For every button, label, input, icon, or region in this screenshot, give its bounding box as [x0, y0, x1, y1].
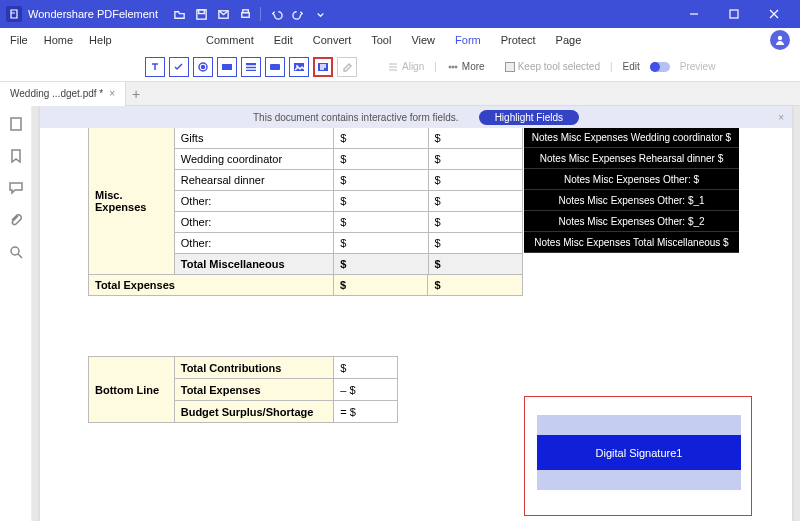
- banner-text: This document contains interactive form …: [253, 112, 459, 123]
- comments-icon[interactable]: [8, 180, 24, 196]
- svg-rect-11: [270, 64, 280, 70]
- app-logo: [6, 6, 22, 22]
- keep-tool-checkbox[interactable]: Keep tool selected: [505, 61, 600, 72]
- svg-point-6: [778, 36, 782, 40]
- print-icon[interactable]: [238, 7, 252, 21]
- save-icon[interactable]: [194, 7, 208, 21]
- edit-preview-switch[interactable]: [650, 62, 670, 72]
- note-field[interactable]: Notes Misc Expenses Other: $_1: [524, 190, 739, 211]
- total-expenses-table: Total Expenses$$: [88, 274, 523, 296]
- tab-close-icon[interactable]: ×: [109, 88, 115, 99]
- window-controls: [674, 0, 794, 28]
- svg-rect-5: [730, 10, 738, 18]
- svg-point-15: [449, 66, 451, 68]
- menu-page[interactable]: Page: [556, 34, 582, 46]
- table-row: Bottom LineTotal Contributions $: [89, 357, 398, 379]
- dropdown-icon[interactable]: [313, 7, 327, 21]
- banner-close-icon[interactable]: ×: [778, 112, 784, 123]
- image-tool[interactable]: [289, 57, 309, 77]
- listbox-tool[interactable]: [241, 57, 261, 77]
- signature-tool[interactable]: [313, 57, 333, 77]
- eraser-tool[interactable]: [337, 57, 357, 77]
- form-field-tools: [145, 57, 357, 77]
- svg-rect-10: [246, 63, 256, 71]
- tab-title: Wedding ...dget.pdf *: [10, 88, 103, 99]
- menu-tool[interactable]: Tool: [371, 34, 391, 46]
- maximize-button[interactable]: [714, 0, 754, 28]
- menu-home[interactable]: Home: [44, 34, 73, 46]
- note-field[interactable]: Notes Misc Expenses Total Miscellaneous …: [524, 232, 739, 253]
- svg-point-16: [452, 66, 454, 68]
- svg-rect-9: [222, 64, 232, 70]
- radio-tool[interactable]: [193, 57, 213, 77]
- menu-convert[interactable]: Convert: [313, 34, 352, 46]
- svg-point-8: [202, 65, 205, 68]
- redo-icon[interactable]: [291, 7, 305, 21]
- signature-label: Digital Signature1: [537, 435, 741, 470]
- misc-expenses-table: Misc. Expenses Gifts $ $ Wedding coordin…: [88, 127, 523, 275]
- menu-bar: File Home Help Comment Edit Convert Tool…: [0, 28, 800, 52]
- text-field-tool[interactable]: [145, 57, 165, 77]
- form-toolbar: Align | More Keep tool selected | Edit P…: [0, 52, 800, 82]
- note-field[interactable]: Notes Misc Expenses Rehearsal dinner $: [524, 148, 739, 169]
- open-icon[interactable]: [172, 7, 186, 21]
- document-tabs: Wedding ...dget.pdf * × +: [0, 82, 800, 106]
- menu-file[interactable]: File: [10, 34, 28, 46]
- pdf-page: Transportation Notes Misc Expenses Trans…: [40, 106, 792, 521]
- more-tool[interactable]: More: [447, 61, 485, 73]
- svg-point-17: [455, 66, 457, 68]
- table-row: Total Expenses$$: [89, 275, 523, 296]
- new-tab-button[interactable]: +: [126, 84, 146, 104]
- align-tool[interactable]: Align: [387, 61, 424, 73]
- signature-field[interactable]: Digital Signature1: [537, 415, 741, 490]
- menu-protect[interactable]: Protect: [501, 34, 536, 46]
- user-avatar[interactable]: [770, 30, 790, 50]
- title-bar: Wondershare PDFelement: [0, 0, 800, 28]
- menu-view[interactable]: View: [411, 34, 435, 46]
- table-row: Misc. Expenses Gifts $ $: [89, 128, 523, 149]
- section-header: Misc. Expenses: [89, 128, 175, 275]
- minimize-button[interactable]: [674, 0, 714, 28]
- checkbox-tool[interactable]: [169, 57, 189, 77]
- bottom-line-table: Bottom LineTotal Contributions $ Total E…: [88, 356, 398, 423]
- form-fields-banner: This document contains interactive form …: [40, 106, 792, 128]
- note-field[interactable]: Notes Misc Expenses Wedding coordinator …: [524, 127, 739, 148]
- svg-rect-1: [198, 9, 204, 13]
- bookmarks-icon[interactable]: [8, 148, 24, 164]
- svg-point-19: [11, 247, 19, 255]
- attachments-icon[interactable]: [8, 212, 24, 228]
- app-title: Wondershare PDFelement: [28, 8, 158, 20]
- menu-form[interactable]: Form: [455, 34, 481, 46]
- left-sidebar: [0, 106, 32, 521]
- notes-column: Notes Misc Expenses Gifts $ Notes Misc E…: [524, 106, 739, 253]
- menu-comment[interactable]: Comment: [206, 34, 254, 46]
- document-tab[interactable]: Wedding ...dget.pdf * ×: [0, 82, 126, 106]
- combobox-tool[interactable]: [217, 57, 237, 77]
- signature-field-selection[interactable]: Digital Signature1: [524, 396, 752, 516]
- note-field[interactable]: Notes Misc Expenses Other: $_2: [524, 211, 739, 232]
- document-viewport[interactable]: This document contains interactive form …: [32, 106, 800, 521]
- button-tool[interactable]: [265, 57, 285, 77]
- divider: [260, 7, 261, 21]
- close-button[interactable]: [754, 0, 794, 28]
- note-field[interactable]: Notes Misc Expenses Other: $: [524, 169, 739, 190]
- edit-mode[interactable]: Edit: [623, 61, 640, 72]
- search-icon[interactable]: [8, 244, 24, 260]
- undo-icon[interactable]: [269, 7, 283, 21]
- menu-edit[interactable]: Edit: [274, 34, 293, 46]
- svg-rect-4: [242, 9, 248, 12]
- preview-mode[interactable]: Preview: [680, 61, 716, 72]
- highlight-fields-button[interactable]: Highlight Fields: [479, 110, 579, 125]
- thumbnails-icon[interactable]: [8, 116, 24, 132]
- menu-help[interactable]: Help: [89, 34, 112, 46]
- quick-access: [172, 7, 327, 21]
- mail-icon[interactable]: [216, 7, 230, 21]
- svg-rect-18: [11, 118, 21, 130]
